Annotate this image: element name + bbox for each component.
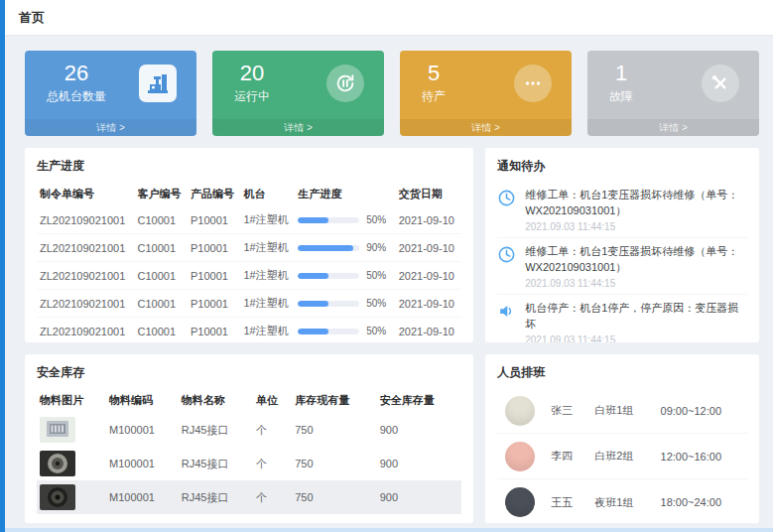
detail-link[interactable]: 详情 > <box>400 119 572 136</box>
stat-card-body: 20 运行中 <box>212 51 384 105</box>
avatar <box>505 396 535 426</box>
cell-progress: 50% <box>295 318 396 343</box>
cell-order-no: ZL202109021001 <box>37 206 135 234</box>
cell-machine: 1#注塑机 <box>240 318 295 343</box>
cell-delivery-date: 2021-09-10 <box>396 290 462 318</box>
stat-label: 待产 <box>422 88 446 105</box>
progress-percent: 50% <box>366 326 386 336</box>
col-customer-no: 客户编号 <box>135 182 188 206</box>
stat-card-total-machines[interactable]: 26 总机台数量 详情 <box>25 51 196 136</box>
stat-label: 总机台数量 <box>47 88 106 105</box>
col-material-image: 物料图片 <box>37 388 106 413</box>
progress-bar <box>298 217 359 223</box>
clock-icon <box>497 244 517 289</box>
stat-card-body: 26 总机台数量 <box>25 51 196 105</box>
col-machine: 机台 <box>240 182 295 206</box>
material-image-speaker <box>40 484 75 510</box>
table-header-row: 制令单编号 客户编号 产品编号 机台 生产进度 交货日期 <box>37 182 461 206</box>
dashboard-content: 26 总机台数量 详情 <box>5 37 773 528</box>
panel-title: 通知待办 <box>497 158 747 175</box>
cell-order-no: ZL202109021001 <box>37 290 135 318</box>
notification-body: 机台停产：机台1停产，停产原因：变压器损坏 2021.09.03 11:44:1… <box>525 301 747 342</box>
col-safety-qty: 安全库存量 <box>377 388 462 413</box>
notification-text: 维修工单：机台1变压器损坏待维修（单号：WX202109031001） <box>525 188 747 219</box>
bottom-accent-bar <box>5 528 773 532</box>
detail-link[interactable]: 详情 > <box>25 119 196 136</box>
col-material-name: 物料名称 <box>179 388 253 413</box>
cell-machine: 1#注塑机 <box>240 290 295 318</box>
progress-percent: 90% <box>366 242 386 253</box>
progress-bar <box>298 245 359 251</box>
panel-staff-schedule: 人员排班 张三 白班1组 09:00~12:00 李四 白班2组 12:00~1… <box>485 354 759 523</box>
inventory-table: 物料图片 物料编码 物料名称 单位 库存现有量 安全库存量 <box>37 388 461 514</box>
cell-customer-no: C10001 <box>135 206 188 234</box>
production-table: 制令单编号 客户编号 产品编号 机台 生产进度 交货日期 ZL202109021… <box>37 182 461 342</box>
stat-card-waiting[interactable]: 5 待产 详情 > <box>400 51 572 136</box>
cell-on-hand: 750 <box>292 413 376 447</box>
material-image-connector <box>40 451 75 476</box>
detail-link[interactable]: 详情 > <box>212 119 384 136</box>
tab-home[interactable]: 首页 <box>19 9 45 27</box>
cell-progress: 50% <box>295 262 396 290</box>
table-row: ZL202109021001 C10001 P10001 1#注塑机 50% 2… <box>37 262 461 290</box>
speaker-icon <box>497 301 517 342</box>
detail-link[interactable]: 详情 > <box>587 119 759 136</box>
stat-card-body: 1 故障 <box>587 51 759 105</box>
notification-item[interactable]: 维修工单：机台1变压器损坏待维修（单号：WX202109031001） 2021… <box>497 238 747 295</box>
panel-production-progress: 生产进度 制令单编号 客户编号 产品编号 机台 生产进度 交货日期 ZL2021… <box>25 148 473 342</box>
cell-material-name: RJ45接口 <box>179 413 253 447</box>
panel-title: 安全库存 <box>37 364 461 381</box>
notification-time: 2021.09.03 11:44:15 <box>525 221 747 232</box>
cell-material-name: RJ45接口 <box>179 480 253 514</box>
panels-grid: 生产进度 制令单编号 客户编号 产品编号 机台 生产进度 交货日期 ZL2021… <box>25 148 759 523</box>
staff-shift: 白班1组 <box>594 403 660 418</box>
schedule-row: 李四 白班2组 12:00~16:00 <box>497 434 747 479</box>
machine-icon <box>139 65 177 102</box>
cell-customer-no: C10001 <box>135 290 188 318</box>
stat-card-text: 26 总机台数量 <box>47 61 106 105</box>
stat-label: 故障 <box>609 88 633 105</box>
col-order-no: 制令单编号 <box>37 182 135 206</box>
running-icon <box>326 65 364 102</box>
cell-unit: 个 <box>253 480 292 514</box>
cell-on-hand: 750 <box>292 447 376 480</box>
progress-bar <box>298 273 359 279</box>
cell-machine: 1#注塑机 <box>240 206 295 234</box>
stat-card-fault[interactable]: 1 故障 详情 > <box>587 51 759 136</box>
panel-safety-inventory: 安全库存 物料图片 物料编码 物料名称 单位 库存现有量 安全库存量 <box>25 354 473 523</box>
stat-value: 1 <box>609 61 633 86</box>
stat-cards-row: 26 总机台数量 详情 <box>25 51 759 136</box>
cell-unit: 个 <box>253 413 292 447</box>
cell-safety-qty: 900 <box>377 447 462 480</box>
notification-body: 维修工单：机台1变压器损坏待维修（单号：WX202109031001） 2021… <box>525 188 747 232</box>
cell-customer-no: C10001 <box>135 318 188 343</box>
staff-name: 王五 <box>551 495 594 510</box>
notification-time: 2021.09.03 11:44:15 <box>525 278 747 289</box>
table-row: M100001 RJ45接口 个 750 900 <box>37 480 461 514</box>
material-image-rj45 <box>40 417 75 443</box>
notification-time: 2021.09.03 11:44:15 <box>525 334 747 342</box>
notification-item[interactable]: 维修工单：机台1变压器损坏待维修（单号：WX202109031001） 2021… <box>497 182 747 238</box>
notification-item[interactable]: 机台停产：机台1停产，停产原因：变压器损坏 2021.09.03 11:44:1… <box>497 295 747 342</box>
cell-material-code: M100001 <box>106 447 179 480</box>
stat-card-text: 20 运行中 <box>234 61 270 105</box>
cell-order-no: ZL202109021001 <box>37 262 135 290</box>
stat-card-body: 5 待产 <box>400 51 572 105</box>
staff-time: 09:00~12:00 <box>661 405 747 417</box>
stat-value: 5 <box>422 61 446 86</box>
staff-shift: 夜班1组 <box>594 495 660 510</box>
progress-bar <box>298 301 359 307</box>
stat-value: 26 <box>47 61 106 86</box>
cell-progress: 50% <box>295 290 396 318</box>
topbar: 首页 <box>5 0 773 36</box>
cell-machine: 1#注塑机 <box>240 262 295 290</box>
cell-material-name: RJ45接口 <box>179 447 253 480</box>
col-unit: 单位 <box>253 388 292 413</box>
staff-name: 张三 <box>551 403 594 418</box>
table-header-row: 物料图片 物料编码 物料名称 单位 库存现有量 安全库存量 <box>37 388 461 413</box>
notification-text: 机台停产：机台1停产，停产原因：变压器损坏 <box>525 301 747 332</box>
stat-card-running[interactable]: 20 运行中 详情 > <box>212 51 384 136</box>
tools-icon <box>702 65 739 102</box>
cell-product-no: P10001 <box>188 318 240 343</box>
clock-icon <box>497 188 517 232</box>
